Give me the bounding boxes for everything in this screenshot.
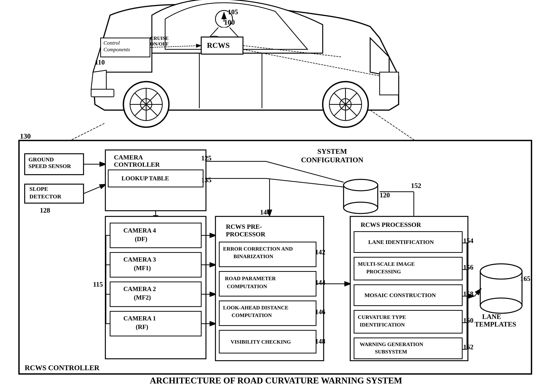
lane-id: LANE IDENTIFICATION [368, 239, 434, 245]
multi-scale: MULTI-SCALE IMAGE [358, 261, 415, 267]
label-120: 120 [380, 191, 390, 199]
svg-point-76 [343, 202, 378, 214]
svg-text:(DF): (DF) [135, 236, 147, 243]
svg-text:PROCESSOR: PROCESSOR [226, 231, 265, 238]
lookup-table: LOOKUP TABLE [121, 175, 169, 182]
ground-speed-sensor: GROUND [28, 156, 54, 162]
warning-gen: WARNING GENERATION [360, 341, 423, 347]
rcws-box: RCWS [207, 41, 230, 49]
svg-point-102 [480, 264, 522, 279]
svg-text:SUBSYSTEM: SUBSYSTEM [375, 349, 407, 355]
svg-text:ON/OFF: ON/OFF [150, 41, 168, 47]
svg-text:IDENTIFICATION: IDENTIFICATION [360, 322, 405, 328]
rcws-controller: RCWS CONTROLLER [25, 364, 99, 372]
diagram-svg: 100 105 Control Components 110 RCWS CRUI… [0, 0, 552, 392]
cruise-label: CRUISE [150, 35, 168, 41]
svg-rect-90 [354, 338, 462, 359]
look-ahead: LOOK-AHEAD DISTANCE [223, 305, 288, 311]
svg-text:DETECTOR: DETECTOR [29, 193, 61, 200]
camera4: CAMERA 4 [123, 227, 156, 234]
svg-rect-45 [110, 223, 201, 248]
label-100: 100 [224, 18, 235, 26]
camera1: CAMERA 1 [123, 315, 156, 322]
lane-templates: LANE [482, 313, 501, 321]
curvature: CURVATURE TYPE [358, 314, 406, 320]
camera-controller: CAMERA [114, 154, 143, 161]
page: 100 105 Control Components 110 RCWS CRUI… [0, 0, 552, 392]
error-correction: ERROR CORRECTION AND [223, 246, 293, 252]
svg-text:CONTROLLER: CONTROLLER [114, 161, 160, 168]
svg-text:SPEED SENSOR: SPEED SENSOR [28, 163, 71, 169]
svg-rect-4 [380, 72, 399, 95]
label-142: 142 [315, 248, 325, 256]
control-components: Control [104, 40, 120, 46]
svg-text:Components: Components [104, 47, 130, 52]
camera3: CAMERA 3 [123, 256, 156, 263]
label-148: 148 [315, 337, 325, 345]
system-config: SYSTEM [317, 147, 347, 155]
svg-text:COMPUTATION: COMPUTATION [227, 283, 267, 289]
label-105: 105 [228, 8, 238, 16]
rcws-preprocessor: RCWS PRE- [226, 223, 262, 230]
svg-text:(MF1): (MF1) [134, 265, 151, 272]
label-130: 130 [20, 132, 31, 140]
svg-text:BINARIZATION: BINARIZATION [233, 253, 273, 259]
label-125: 125 [201, 154, 211, 162]
visibility: VISIBILITY CHECKING [231, 339, 291, 345]
svg-text:COMPUTATION: COMPUTATION [231, 312, 272, 318]
svg-text:(MF2): (MF2) [134, 294, 151, 301]
label-144: 144 [315, 279, 325, 286]
svg-text:PROCESSING: PROCESSING [366, 269, 401, 274]
svg-text:CONFIGURATION: CONFIGURATION [301, 156, 363, 164]
svg-text:TEMPLATES: TEMPLATES [475, 321, 516, 328]
road-parameter: ROAD PARAMETER [225, 275, 276, 281]
svg-rect-3 [91, 89, 114, 97]
mosaic: MOSAIC CONSTRUCTION [364, 292, 436, 298]
camera2: CAMERA 2 [123, 286, 156, 292]
caption: ARCHITECTURE OF ROAD CURVATURE WARNING S… [150, 376, 402, 385]
label-146: 146 [315, 308, 325, 316]
svg-point-77 [343, 179, 378, 191]
label-135: 135 [201, 176, 211, 184]
slope-detector: SLOPE [29, 186, 48, 192]
svg-point-101 [480, 298, 522, 313]
label-115: 115 [93, 280, 103, 288]
label-140: 140 [260, 209, 270, 216]
label-165: 165 [520, 275, 530, 282]
label-128: 128 [40, 207, 50, 214]
rcws-processor: RCWS PROCESSOR [361, 221, 421, 228]
label-152: 152 [411, 182, 421, 189]
label-110: 110 [95, 58, 105, 66]
svg-text:(RF): (RF) [136, 323, 148, 330]
